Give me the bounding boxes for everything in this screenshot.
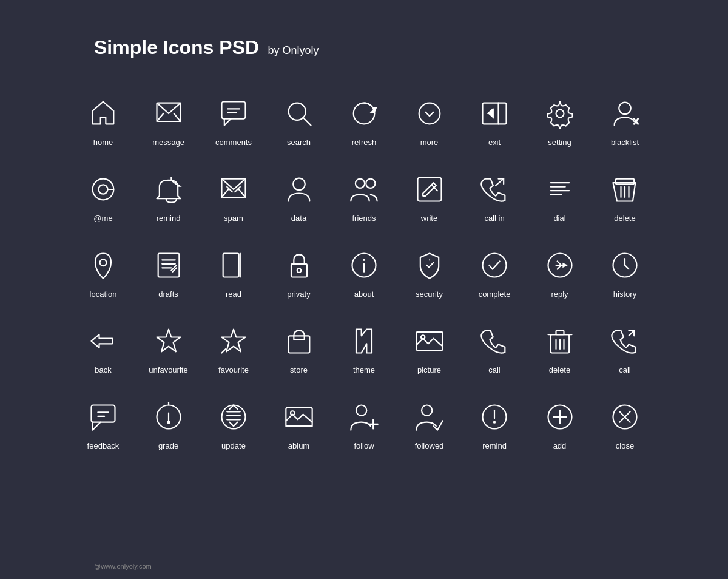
picture-label: picture	[417, 365, 441, 374]
friends-label: friends	[352, 214, 376, 223]
unfavourite-icon-item[interactable]: unfavourite	[138, 323, 199, 374]
icons-row-5: feedback grade	[73, 387, 655, 462]
picture-icon-item[interactable]: picture	[399, 323, 460, 374]
svg-marker-61	[157, 330, 180, 352]
footer-text: @www.onlyoly.com	[94, 563, 152, 570]
security-icon-item[interactable]: security	[399, 247, 460, 299]
svg-point-12	[619, 103, 631, 115]
remind2-icon-item[interactable]: remind	[464, 399, 525, 450]
svg-rect-69	[556, 331, 564, 335]
icons-row-4: back unfavourite favourite	[73, 311, 655, 387]
update-icon-item[interactable]: update	[203, 399, 264, 450]
followed-icon-item[interactable]: followed	[399, 399, 460, 450]
search-icon-item[interactable]: search	[269, 95, 329, 147]
dial-icon	[542, 171, 578, 208]
reply-icon-item[interactable]: reply	[530, 247, 590, 299]
atme-icon-item[interactable]: @me	[73, 171, 133, 223]
add-icon	[542, 399, 578, 435]
comments-icon	[215, 95, 252, 132]
delete-label: delete	[614, 214, 635, 223]
follow-icon-item[interactable]: follow	[334, 399, 394, 450]
album-label: ablum	[288, 441, 309, 450]
icons-grid: home message	[0, 77, 728, 469]
page-subtitle: by Onlyoly	[268, 44, 319, 56]
setting-icon-item[interactable]: setting	[530, 95, 590, 147]
history-icon	[607, 247, 643, 283]
theme-icon-item[interactable]: theme	[334, 323, 394, 374]
update-icon	[215, 399, 252, 435]
exit-icon-item[interactable]: exit	[464, 95, 525, 147]
unfavourite-icon	[150, 323, 187, 359]
delete-icon	[607, 171, 643, 208]
feedback-icon-item[interactable]: feedback	[73, 399, 133, 450]
svg-point-11	[556, 110, 564, 118]
home-icon-item[interactable]: home	[73, 95, 133, 147]
read-icon-item[interactable]: read	[203, 247, 264, 299]
refresh-icon	[346, 95, 382, 132]
setting-icon	[542, 95, 578, 132]
svg-line-22	[239, 189, 246, 197]
svg-line-30	[496, 179, 504, 186]
friends-icon-item[interactable]: friends	[334, 171, 394, 223]
grade-icon	[150, 399, 187, 435]
call-icon-item[interactable]: call	[464, 323, 525, 374]
comments-icon-item[interactable]: comments	[203, 95, 264, 147]
about-icon-item[interactable]: about	[334, 247, 394, 299]
grade-icon-item[interactable]: grade	[138, 399, 199, 450]
home-label: home	[93, 138, 113, 147]
more-icon	[411, 95, 448, 132]
call-icon	[476, 323, 513, 359]
write-icon-item[interactable]: write	[399, 171, 460, 223]
svg-line-54	[428, 263, 433, 268]
location-icon-item[interactable]: location	[73, 247, 133, 299]
svg-point-56	[483, 254, 507, 277]
update-label: update	[221, 441, 246, 450]
store-label: store	[290, 365, 308, 374]
add-icon-item[interactable]: add	[530, 399, 590, 450]
security-icon	[411, 247, 448, 283]
refresh-label: refresh	[352, 138, 376, 147]
privacy-icon	[281, 247, 317, 283]
delete-icon-item[interactable]: delete	[595, 171, 655, 223]
svg-line-21	[222, 189, 229, 197]
data-icon-item[interactable]: data	[269, 171, 329, 223]
album-icon-item[interactable]: ablum	[269, 399, 329, 450]
atme-icon	[85, 171, 121, 208]
svg-point-86	[290, 411, 294, 415]
svg-rect-1	[222, 102, 246, 119]
favourite-icon-item[interactable]: favourite	[203, 323, 264, 374]
trash-icon-item[interactable]: delete	[530, 323, 590, 374]
svg-line-63	[222, 349, 226, 353]
exit-label: exit	[488, 138, 500, 147]
more-icon-item[interactable]: more	[399, 95, 460, 147]
store-icon-item[interactable]: store	[269, 323, 329, 374]
write-label: write	[421, 214, 437, 223]
dial-icon-item[interactable]: dial	[530, 171, 590, 223]
privacy-icon-item[interactable]: privaty	[269, 247, 329, 299]
complete-icon-item[interactable]: complete	[464, 247, 525, 299]
complete-label: complete	[479, 290, 511, 299]
spam-icon-item[interactable]: spam	[203, 171, 264, 223]
back-icon-item[interactable]: back	[73, 323, 133, 374]
svg-point-88	[356, 405, 366, 416]
callout-icon-item[interactable]: call	[595, 323, 655, 374]
callin-icon-item[interactable]: call in	[464, 171, 525, 223]
grade-label: grade	[158, 441, 178, 450]
refresh-icon-item[interactable]: refresh	[334, 95, 394, 147]
drafts-icon-item[interactable]: drafts	[138, 247, 199, 299]
blacklist-icon-item[interactable]: blacklist	[595, 95, 655, 147]
svg-rect-46	[223, 254, 239, 277]
svg-rect-9	[483, 103, 507, 124]
message-icon-item[interactable]: message	[138, 95, 199, 147]
svg-point-94	[493, 421, 496, 424]
spam-label: spam	[224, 214, 243, 223]
close-icon-item[interactable]: close	[595, 399, 655, 450]
svg-marker-59	[562, 263, 568, 268]
remind-icon-item[interactable]: remind	[138, 171, 199, 223]
theme-label: theme	[353, 365, 375, 374]
remind2-label: remind	[482, 441, 507, 450]
history-icon-item[interactable]: history	[595, 247, 655, 299]
spam-icon	[215, 171, 252, 208]
unfavourite-label: unfavourite	[149, 365, 187, 374]
blacklist-icon	[607, 95, 643, 132]
